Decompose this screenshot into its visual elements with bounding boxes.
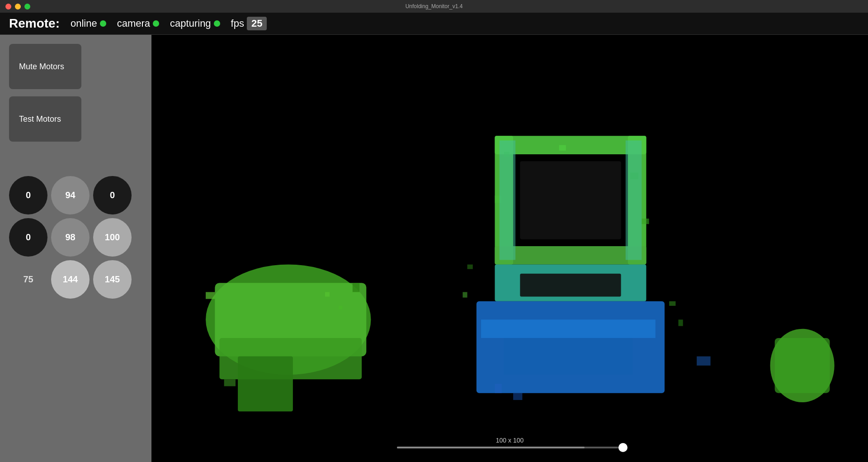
online-dot bbox=[100, 20, 106, 27]
window-title: Unfolding_Monitor_v1.4 bbox=[406, 3, 463, 10]
slider-track[interactable] bbox=[397, 447, 623, 448]
slider-label: 100 x 100 bbox=[496, 437, 524, 444]
svg-rect-23 bbox=[642, 219, 649, 224]
remote-label: Remote: bbox=[9, 16, 60, 31]
sensor-grid: 0 94 0 0 98 100 75 144 145 bbox=[9, 176, 142, 299]
svg-rect-19 bbox=[559, 145, 566, 151]
camera-label: camera bbox=[117, 18, 150, 29]
camera-dot bbox=[153, 20, 159, 27]
svg-rect-5 bbox=[206, 292, 215, 299]
depth-image bbox=[151, 35, 868, 462]
sensor-2-2: 145 bbox=[93, 260, 132, 299]
camera-status: camera bbox=[117, 18, 159, 29]
fps-status: fps 25 bbox=[231, 17, 267, 30]
close-button[interactable] bbox=[5, 4, 11, 10]
svg-rect-32 bbox=[669, 301, 675, 306]
svg-rect-35 bbox=[495, 384, 502, 393]
sidebar: Mute Motors Test Motors 0 94 0 0 98 100 … bbox=[0, 35, 151, 462]
sensor-0-2: 0 bbox=[93, 176, 132, 214]
svg-rect-30 bbox=[467, 265, 473, 269]
svg-rect-33 bbox=[679, 319, 683, 326]
minimize-button[interactable] bbox=[15, 4, 21, 10]
sensor-2-1: 144 bbox=[51, 260, 90, 299]
fps-label: fps bbox=[231, 18, 244, 29]
svg-rect-6 bbox=[353, 283, 359, 292]
fps-value: 25 bbox=[247, 17, 267, 30]
mute-motors-button[interactable]: Mute Motors bbox=[9, 44, 81, 89]
sensor-0-1: 94 bbox=[51, 176, 90, 214]
svg-rect-36 bbox=[513, 393, 522, 400]
svg-rect-9 bbox=[495, 136, 646, 154]
camera-view: 100 x 100 bbox=[151, 35, 868, 462]
main-content: Mute Motors Test Motors 0 94 0 0 98 100 … bbox=[0, 35, 868, 462]
svg-rect-4 bbox=[238, 357, 293, 412]
capturing-status: capturing bbox=[170, 18, 220, 29]
online-label: online bbox=[71, 18, 97, 29]
maximize-button[interactable] bbox=[24, 4, 30, 10]
sensor-0-0: 0 bbox=[9, 176, 47, 214]
capturing-label: capturing bbox=[170, 18, 211, 29]
svg-rect-12 bbox=[495, 246, 646, 265]
sensor-1-2: 100 bbox=[93, 218, 132, 257]
sensor-2-0: 75 bbox=[9, 260, 47, 299]
svg-rect-17 bbox=[481, 319, 656, 338]
svg-rect-29 bbox=[339, 306, 342, 310]
statusbar: Remote: online camera capturing fps 25 bbox=[0, 13, 868, 35]
svg-rect-31 bbox=[462, 292, 467, 297]
svg-rect-7 bbox=[224, 379, 236, 386]
svg-rect-34 bbox=[697, 357, 710, 366]
slider-thumb[interactable] bbox=[618, 443, 627, 452]
svg-rect-15 bbox=[520, 274, 621, 297]
sensor-1-0: 0 bbox=[9, 218, 47, 257]
titlebar: Unfolding_Monitor_v1.4 bbox=[0, 0, 868, 13]
svg-rect-18 bbox=[504, 338, 632, 375]
sensor-1-1: 98 bbox=[51, 218, 90, 257]
svg-rect-27 bbox=[775, 338, 830, 393]
svg-rect-28 bbox=[325, 292, 330, 296]
test-motors-button[interactable]: Test Motors bbox=[9, 96, 81, 142]
capturing-dot bbox=[214, 20, 220, 27]
svg-rect-13 bbox=[520, 161, 621, 239]
online-status: online bbox=[71, 18, 106, 29]
svg-rect-25 bbox=[626, 140, 642, 260]
window-controls bbox=[5, 4, 30, 10]
svg-rect-24 bbox=[500, 140, 516, 260]
slider-fill bbox=[397, 447, 585, 448]
camera-slider-container: 100 x 100 bbox=[397, 437, 623, 448]
